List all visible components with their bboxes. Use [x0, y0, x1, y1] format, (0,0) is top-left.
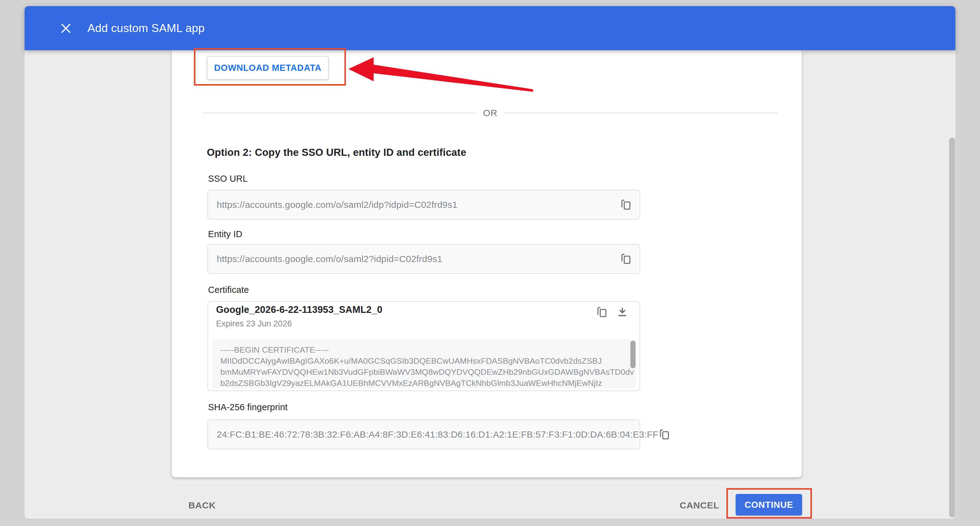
close-icon: [59, 22, 73, 35]
divider-line-right: [504, 113, 778, 113]
certificate-name: Google_2026-6-22-113953_SAML2_0: [216, 304, 382, 316]
copy-sso-url-button[interactable]: [618, 196, 634, 214]
dialog-header: Add custom SAML app: [25, 6, 955, 50]
copy-entity-id-button[interactable]: [618, 250, 634, 268]
divider-line-left: [202, 113, 476, 113]
certificate-scrollbar-thumb[interactable]: [630, 341, 636, 368]
sso-url-field: https://accounts.google.com/o/saml2/idp?…: [207, 190, 640, 220]
pem-line: MIIDdDCCAlygAwIBAgIGAXo6K+u/MA0GCSqGSIb3…: [220, 355, 636, 367]
dialog-title: Add custom SAML app: [88, 22, 205, 35]
continue-button[interactable]: CONTINUE: [736, 494, 802, 515]
pem-line: b2dsZSBGb3IgV29yazELMAkGA1UEBhMCVVMxEzAR…: [220, 378, 636, 389]
fingerprint-value: 24:FC:B1:BE:46:72:78:3B:32:F6:AB:A4:8F:3…: [217, 429, 659, 440]
copy-icon: [620, 253, 632, 265]
entity-id-label: Entity ID: [208, 229, 242, 239]
close-button[interactable]: [57, 19, 75, 38]
copy-icon: [620, 199, 632, 211]
download-icon: [616, 306, 628, 319]
copy-fingerprint-button[interactable]: [659, 426, 671, 443]
sso-url-value: https://accounts.google.com/o/saml2/idp?…: [217, 199, 618, 210]
fingerprint-label: SHA-256 fingerprint: [208, 402, 288, 412]
window-scrollbar-thumb[interactable]: [949, 138, 955, 517]
option2-heading: Option 2: Copy the SSO URL, entity ID an…: [207, 147, 466, 158]
download-certificate-button[interactable]: [614, 304, 630, 321]
certificate-pem-textarea[interactable]: -----BEGIN CERTIFICATE----- MIIDdDCCAlyg…: [212, 340, 636, 389]
copy-icon: [596, 306, 608, 319]
fingerprint-field: 24:FC:B1:BE:46:72:78:3B:32:F6:AB:A4:8F:3…: [207, 419, 640, 449]
pem-line: bmMuMRYwFAYDVQQHEw1Nb3VudGFpbiBWaWV3MQ8w…: [220, 367, 636, 378]
copy-certificate-button[interactable]: [594, 304, 610, 321]
cancel-button[interactable]: CANCEL: [679, 500, 719, 511]
download-metadata-button[interactable]: DOWNLOAD METADATA: [207, 56, 329, 80]
sso-url-label: SSO URL: [208, 174, 248, 184]
back-button[interactable]: BACK: [188, 500, 216, 511]
or-divider: OR: [202, 107, 778, 120]
or-divider-label: OR: [483, 108, 498, 118]
copy-icon: [659, 429, 671, 441]
entity-id-value: https://accounts.google.com/o/saml2?idpi…: [217, 254, 618, 264]
red-arrow-annotation-icon: [348, 57, 534, 94]
certificate-label: Certificate: [208, 285, 249, 295]
pem-line: -----BEGIN CERTIFICATE-----: [220, 344, 636, 355]
entity-id-field: https://accounts.google.com/o/saml2?idpi…: [207, 244, 640, 274]
certificate-expiry: Expires 23 Jun 2026: [216, 319, 292, 328]
